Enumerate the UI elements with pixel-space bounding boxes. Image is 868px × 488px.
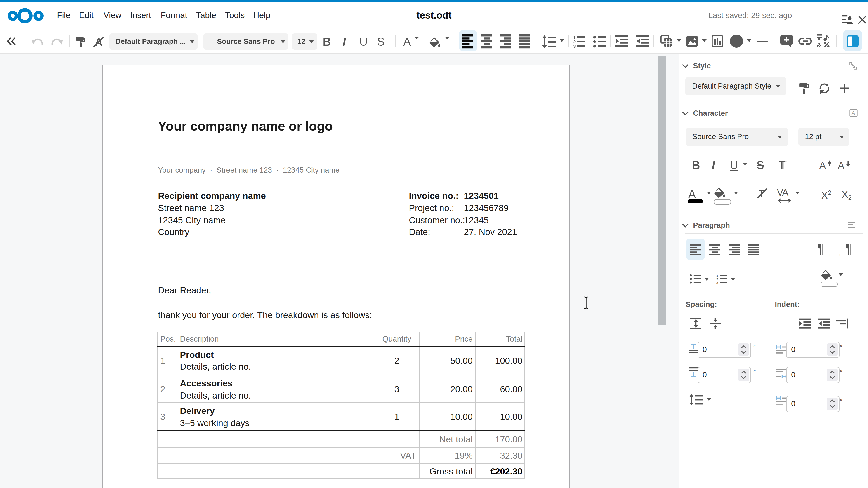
svg-text:A: A (851, 110, 855, 116)
svg-text:1: 1 (573, 35, 576, 40)
svg-text:1: 1 (716, 273, 718, 278)
svg-text:2: 2 (716, 277, 718, 281)
svg-text:T: T (758, 188, 764, 199)
svg-text:3: 3 (573, 43, 576, 48)
svg-text:2: 2 (573, 39, 576, 44)
svg-text:&: & (816, 41, 822, 49)
svg-text:3: 3 (716, 281, 718, 285)
